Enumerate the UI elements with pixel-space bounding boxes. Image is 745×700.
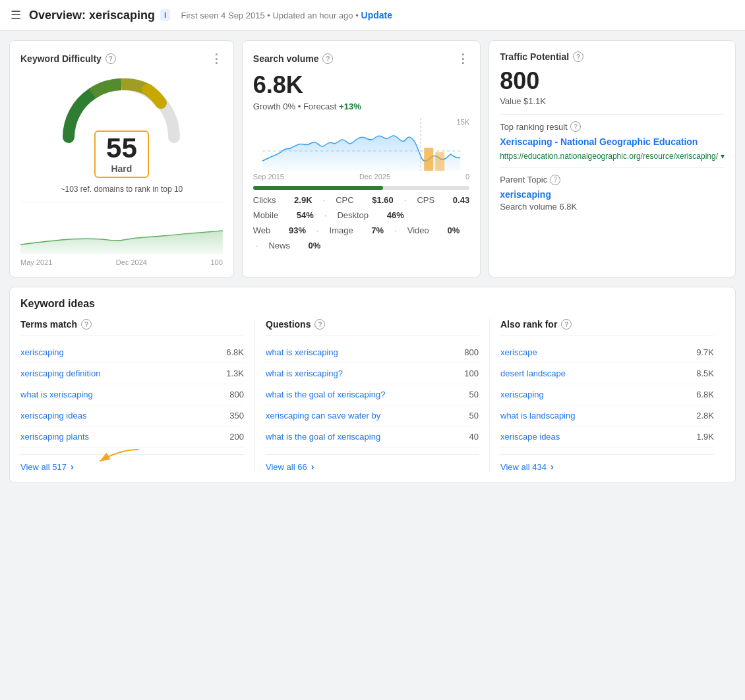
sv-growth: Growth 0% • Forecast +13% xyxy=(253,102,469,111)
also-rank-kw-2[interactable]: desert landscape xyxy=(500,368,566,378)
sv-desktop-label: Desktop xyxy=(337,210,369,220)
sv-value: 6.8K xyxy=(253,71,469,99)
tp-divider-2 xyxy=(500,167,725,168)
terms-kw-4[interactable]: xeriscaping ideas xyxy=(20,411,86,421)
questions-view-all-label: View all 66 xyxy=(266,462,307,472)
questions-kw-1[interactable]: what is xeriscaping xyxy=(266,347,338,357)
also-rank-vol-3: 6.8K xyxy=(696,390,714,399)
sv-title: Search volume xyxy=(253,53,319,64)
tp-parent-keyword[interactable]: xeriscaping xyxy=(500,189,725,200)
menu-icon[interactable]: ☰ xyxy=(11,8,21,22)
list-item: xeriscaping can save water by 50 xyxy=(266,405,479,426)
also-rank-kw-4[interactable]: what is landscaping xyxy=(500,411,575,421)
terms-kw-5[interactable]: xeriscaping plants xyxy=(20,432,89,442)
sv-cps-val: 0.43 xyxy=(453,195,469,205)
sv-bar-container xyxy=(253,186,469,190)
also-rank-vol-4: 2.8K xyxy=(696,411,714,421)
list-item: xeriscape 9.7K xyxy=(500,342,714,363)
terms-vol-4: 350 xyxy=(229,411,244,421)
questions-col: Questions ? what is xeriscaping 800 what… xyxy=(255,319,490,472)
sv-help-icon[interactable]: ? xyxy=(322,53,333,64)
kd-menu-icon[interactable]: ⋮ xyxy=(210,51,223,66)
sv-chart-area: 15K Sep 2015 xyxy=(253,118,469,181)
list-item: what is the goal of xeriscaping? 50 xyxy=(266,384,479,405)
sv-desktop-pct: 46% xyxy=(387,210,404,220)
questions-kw-3[interactable]: what is the goal of xeriscaping? xyxy=(266,390,385,399)
terms-match-view-all[interactable]: View all 517 › xyxy=(20,454,244,472)
list-item: xeriscaping ideas 350 xyxy=(20,405,244,426)
terms-kw-2[interactable]: xeriscaping definition xyxy=(20,368,100,378)
terms-vol-5: 200 xyxy=(229,432,244,442)
keyword-ideas-section: Keyword ideas Terms match ? xeriscaping … xyxy=(9,287,736,483)
sv-date-to: Dec 2025 xyxy=(359,173,390,181)
tp-top-ranking-label: Top ranking result ? xyxy=(500,121,725,132)
sv-stats: Clicks 2.9K · CPC $1.60 · CPS 0.43 Mobil… xyxy=(253,195,469,250)
sv-clicks-label: Clicks xyxy=(253,195,276,205)
also-rank-view-all-label: View all 434 xyxy=(500,462,547,472)
sv-image-label: Image xyxy=(330,225,353,235)
sv-chart-dates: Sep 2015 Dec 2025 0 xyxy=(253,173,469,181)
tp-top-ranking-url[interactable]: https://education.nationalgeographic.org… xyxy=(500,152,725,161)
terms-match-help-icon[interactable]: ? xyxy=(81,319,92,330)
chevron-right-icon-ar: › xyxy=(551,461,554,472)
kd-score-box: 55 Hard xyxy=(94,131,149,178)
top-cards-grid: Keyword Difficulty ? ⋮ 55 Hard ~103 ref.… xyxy=(0,31,745,277)
list-item: what is xeriscaping 800 xyxy=(266,342,479,363)
sv-bar-bg xyxy=(253,186,469,190)
sv-menu-icon[interactable]: ⋮ xyxy=(457,51,469,66)
keyword-ideas-grid: Terms match ? xeriscaping 6.8K xeriscapi… xyxy=(20,319,725,472)
tp-top-ranking-title[interactable]: Xeriscaping - National Geographic Educat… xyxy=(500,136,725,149)
kd-trend-chart-svg xyxy=(20,209,223,255)
tp-value-sub: Value $1.1K xyxy=(500,96,725,106)
tp-card: Traffic Potential ? 800 Value $1.1K Top … xyxy=(489,40,736,277)
also-rank-view-all[interactable]: View all 434 › xyxy=(500,454,714,472)
sv-cpc-val: $1.60 xyxy=(372,195,394,205)
also-rank-title: Also rank for ? xyxy=(500,319,714,335)
also-rank-kw-5[interactable]: xeriscape ideas xyxy=(500,432,560,442)
questions-kw-4[interactable]: xeriscaping can save water by xyxy=(266,411,380,421)
sv-date-from: Sep 2015 xyxy=(253,173,284,181)
tp-divider-1 xyxy=(500,114,725,115)
questions-vol-4: 50 xyxy=(469,411,479,421)
sv-image-pct: 7% xyxy=(371,225,384,235)
sv-bar-fill xyxy=(253,186,383,190)
questions-view-all[interactable]: View all 66 › xyxy=(266,454,479,472)
sv-mobile-label: Mobile xyxy=(253,210,278,220)
chevron-right-icon: › xyxy=(71,461,74,472)
also-rank-vol-1: 9.7K xyxy=(696,347,714,357)
list-item: xeriscaping 6.8K xyxy=(500,384,714,405)
questions-vol-2: 100 xyxy=(464,368,479,378)
kd-card: Keyword Difficulty ? ⋮ 55 Hard ~103 ref.… xyxy=(9,40,234,277)
header: ☰ Overview: xeriscaping i First seen 4 S… xyxy=(0,0,745,31)
terms-match-title: Terms match ? xyxy=(20,319,244,335)
tp-ranking-help-icon[interactable]: ? xyxy=(570,121,581,132)
questions-vol-3: 50 xyxy=(469,390,479,399)
terms-kw-3[interactable]: what is xeriscaping xyxy=(20,390,93,399)
kd-title: Keyword Difficulty xyxy=(20,53,102,64)
also-rank-kw-1[interactable]: xeriscape xyxy=(500,347,537,357)
sv-video-pct: 0% xyxy=(447,225,460,235)
also-rank-col: Also rank for ? xeriscape 9.7K desert la… xyxy=(490,319,725,472)
also-rank-help-icon[interactable]: ? xyxy=(561,319,572,330)
also-rank-kw-3[interactable]: xeriscaping xyxy=(500,390,544,399)
terms-kw-1[interactable]: xeriscaping xyxy=(20,347,64,357)
sv-chart-max-label: 15K xyxy=(457,118,470,126)
tp-help-icon[interactable]: ? xyxy=(573,51,583,62)
kd-trend-dates: May 2021 Dec 2024 100 xyxy=(20,258,223,266)
sv-card-title-row: Search volume ? ⋮ xyxy=(253,51,469,66)
questions-help-icon[interactable]: ? xyxy=(314,319,325,330)
kd-card-title-row: Keyword Difficulty ? ⋮ xyxy=(20,51,223,66)
header-meta: First seen 4 Sep 2015 • Updated an hour … xyxy=(181,11,358,20)
questions-kw-5[interactable]: what is the goal of xeriscaping xyxy=(266,432,380,442)
info-badge[interactable]: i xyxy=(160,9,170,21)
kd-difficulty-label: Hard xyxy=(106,163,137,174)
kd-gauge: 55 Hard xyxy=(20,71,223,178)
kd-trend-section: May 2021 Dec 2024 100 xyxy=(20,202,223,266)
update-link[interactable]: Update xyxy=(361,10,392,20)
tp-parent-help-icon[interactable]: ? xyxy=(550,175,560,185)
kd-help-icon[interactable]: ? xyxy=(105,53,116,64)
questions-kw-2[interactable]: what is xeriscaping? xyxy=(266,368,343,378)
sv-news-label: News xyxy=(268,241,290,250)
list-item: xeriscaping definition 1.3K xyxy=(20,363,244,384)
list-item: desert landscape 8.5K xyxy=(500,363,714,384)
